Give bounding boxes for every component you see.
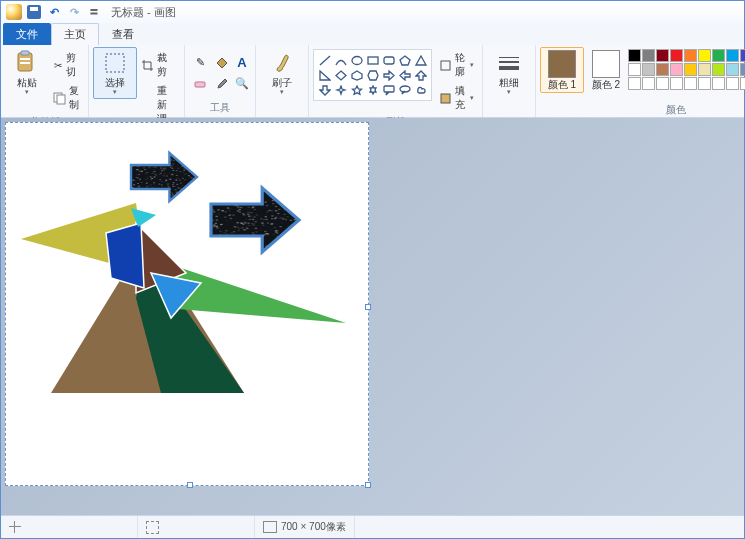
dimensions-icon: [263, 521, 277, 533]
window-title: 无标题 - 画图: [111, 5, 176, 20]
group-brushes: 刷子 ▾: [256, 45, 309, 117]
select-button[interactable]: 选择 ▾: [93, 47, 137, 99]
stroke-button[interactable]: 粗细 ▾: [487, 47, 531, 99]
palette-swatch[interactable]: [712, 63, 725, 76]
palette-swatch[interactable]: [698, 49, 711, 62]
shapes-gallery[interactable]: [313, 49, 432, 101]
group-image: 选择 ▾ 裁剪 重新调整大小 ⟳旋转▾ 图像: [89, 45, 185, 117]
svg-rect-1: [21, 51, 29, 55]
status-selection: [138, 516, 255, 538]
chevron-down-icon: ▾: [507, 88, 511, 96]
chevron-down-icon: ▾: [280, 88, 284, 96]
brush-icon: [269, 50, 295, 76]
qat-customize[interactable]: 〓: [85, 3, 103, 21]
palette-swatch[interactable]: [698, 77, 711, 90]
group-stroke: 粗细 ▾: [483, 45, 536, 117]
paste-button[interactable]: 粘贴 ▾: [5, 47, 49, 99]
canvas[interactable]: [5, 122, 369, 486]
redo-button[interactable]: ↷: [65, 3, 83, 21]
cut-button[interactable]: ✂剪切: [49, 49, 84, 81]
shape-outline-button[interactable]: 轮廓▾: [435, 49, 478, 81]
color1-button[interactable]: 颜色 1: [540, 47, 584, 93]
shape-rtriangle[interactable]: [317, 68, 332, 82]
palette-swatch[interactable]: [670, 77, 683, 90]
palette-swatch[interactable]: [628, 77, 641, 90]
chevron-down-icon: ▾: [25, 88, 29, 96]
svg-rect-3: [20, 62, 30, 64]
palette-swatch[interactable]: [740, 49, 745, 62]
status-dimensions: 700 × 700像素: [255, 516, 355, 538]
eraser-tool[interactable]: [189, 72, 211, 94]
pencil-tool[interactable]: ✎: [189, 51, 211, 73]
palette-swatch[interactable]: [726, 49, 739, 62]
group-shapes: 轮廓▾ 填充▾ 形状: [309, 45, 483, 117]
palette-swatch[interactable]: [684, 49, 697, 62]
shape-roundrect[interactable]: [381, 53, 396, 67]
picker-tool[interactable]: [210, 72, 232, 94]
shape-star4[interactable]: [333, 83, 348, 97]
chevron-down-icon: ▾: [113, 88, 117, 96]
shape-diamond[interactable]: [333, 68, 348, 82]
palette-swatch[interactable]: [656, 77, 669, 90]
shape-triangle[interactable]: [413, 53, 428, 67]
shape-hexagon[interactable]: [365, 68, 380, 82]
shape-polygon[interactable]: [397, 53, 412, 67]
quick-access-toolbar: ↶ ↷ 〓: [5, 3, 103, 21]
palette-swatch[interactable]: [628, 49, 641, 62]
palette-swatch[interactable]: [684, 77, 697, 90]
shape-arrow-d[interactable]: [317, 83, 332, 97]
shape-star5[interactable]: [349, 83, 364, 97]
shape-line[interactable]: [317, 53, 332, 67]
brushes-button[interactable]: 刷子 ▾: [260, 47, 304, 99]
tab-view[interactable]: 查看: [99, 23, 147, 45]
copy-button[interactable]: 复制: [49, 82, 84, 114]
group-colors: 颜色 1 颜色 2 编辑颜色 颜色: [536, 45, 745, 117]
palette-swatch[interactable]: [670, 63, 683, 76]
shape-arrow-l[interactable]: [397, 68, 412, 82]
undo-button[interactable]: ↶: [45, 3, 63, 21]
outline-icon: [439, 58, 452, 72]
shape-oval[interactable]: [349, 53, 364, 67]
shape-callout-rect[interactable]: [381, 83, 396, 97]
palette-swatch[interactable]: [712, 49, 725, 62]
shape-rect[interactable]: [365, 53, 380, 67]
palette-swatch[interactable]: [712, 77, 725, 90]
crosshair-icon: [9, 521, 21, 533]
tab-file[interactable]: 文件: [3, 23, 51, 45]
palette-swatch[interactable]: [670, 49, 683, 62]
palette-swatch[interactable]: [740, 63, 745, 76]
fill-tool[interactable]: [210, 51, 232, 73]
palette-swatch[interactable]: [726, 63, 739, 76]
shape-fill-button[interactable]: 填充▾: [435, 82, 478, 114]
palette-swatch[interactable]: [642, 77, 655, 90]
status-cursor-pos: [1, 516, 138, 538]
palette-swatch[interactable]: [642, 63, 655, 76]
shape-arrow-r[interactable]: [381, 68, 396, 82]
shape-callout-oval[interactable]: [397, 83, 412, 97]
palette-swatch[interactable]: [656, 49, 669, 62]
zoom-tool[interactable]: 🔍: [231, 72, 253, 94]
palette-swatch[interactable]: [698, 63, 711, 76]
select-icon: [102, 50, 128, 76]
scissors-icon: ✂: [53, 58, 63, 72]
palette-swatch[interactable]: [740, 77, 745, 90]
shape-arrow-u[interactable]: [413, 68, 428, 82]
paint-window: ↶ ↷ 〓 无标题 - 画图 文件 主页 查看 粘贴 ▾ ✂剪切 复制 剪贴板: [0, 0, 745, 539]
color2-button[interactable]: 颜色 2: [584, 47, 628, 93]
crop-button[interactable]: 裁剪: [137, 49, 180, 81]
shape-callout-cloud[interactable]: [413, 83, 428, 97]
shape-star6[interactable]: [365, 83, 380, 97]
palette-swatch[interactable]: [726, 77, 739, 90]
palette-swatch[interactable]: [642, 49, 655, 62]
tab-home[interactable]: 主页: [51, 23, 99, 45]
save-button[interactable]: [25, 3, 43, 21]
palette-swatch[interactable]: [656, 63, 669, 76]
text-tool[interactable]: A: [231, 51, 253, 73]
shape-curve[interactable]: [333, 53, 348, 67]
palette-swatch[interactable]: [684, 63, 697, 76]
workspace[interactable]: [1, 118, 744, 515]
ribbon: 粘贴 ▾ ✂剪切 复制 剪贴板 选择 ▾ 裁剪 重新调整大小: [1, 45, 744, 118]
palette-swatch[interactable]: [628, 63, 641, 76]
group-tools: ✎ A 🔍 工具: [185, 45, 256, 117]
shape-pentagon[interactable]: [349, 68, 364, 82]
